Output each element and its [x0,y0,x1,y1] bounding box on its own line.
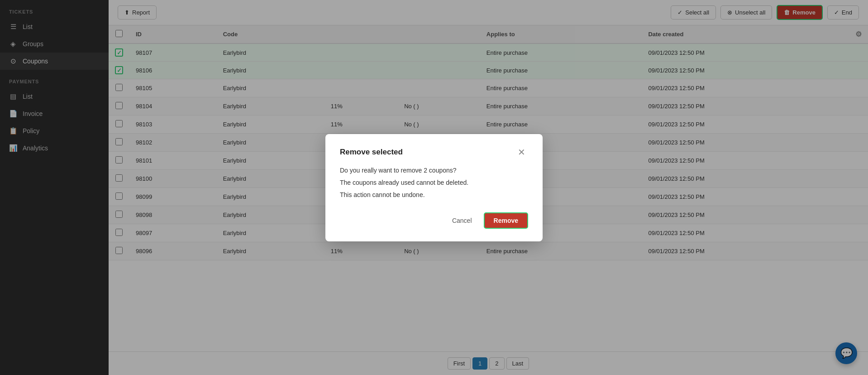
modal-body: Do you really want to remove 2 coupons? … [340,166,528,200]
modal-line2: The coupons already used cannot be delet… [340,178,528,188]
modal-footer: Cancel Remove [340,212,528,229]
modal-cancel-button[interactable]: Cancel [446,214,478,227]
modal-line3: This action cannot be undone. [340,190,528,200]
remove-selected-modal: Remove selected ✕ Do you really want to … [325,134,543,241]
modal-remove-button[interactable]: Remove [484,212,528,229]
modal-overlay[interactable]: Remove selected ✕ Do you really want to … [0,0,868,375]
modal-title: Remove selected [340,148,403,157]
modal-close-button[interactable]: ✕ [515,147,528,158]
modal-line1: Do you really want to remove 2 coupons? [340,166,528,175]
modal-header: Remove selected ✕ [340,147,528,158]
